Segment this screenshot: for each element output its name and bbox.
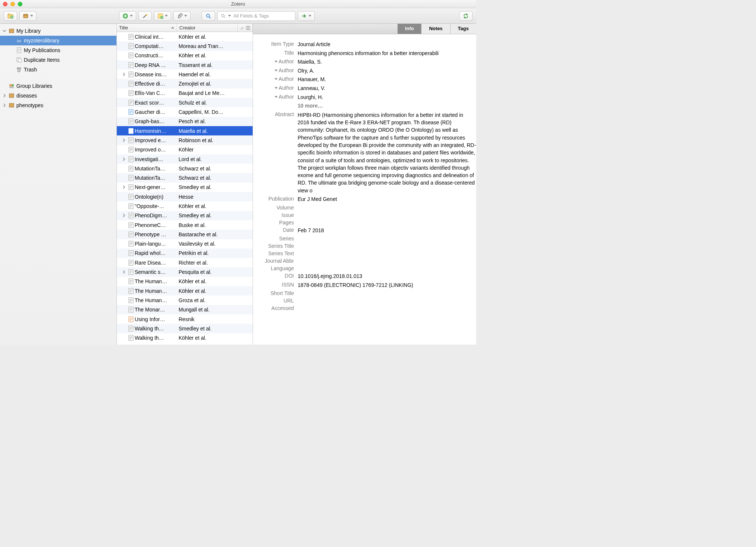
item-row[interactable]: Using Infor…Resnik — [117, 314, 253, 324]
meta-value[interactable] — [298, 250, 476, 256]
sync-button[interactable] — [459, 11, 472, 21]
meta-value[interactable] — [298, 236, 476, 241]
item-row[interactable]: Constructi…Köhler et al. — [117, 51, 253, 60]
sidebar-item-myzoterolibrary[interactable]: myzoterolibrary — [0, 36, 116, 45]
meta-value[interactable]: Feb 7 2018 — [298, 227, 476, 234]
item-row[interactable]: Walking th…Smedley et al. — [117, 324, 253, 333]
item-row[interactable]: Plain-langu…Vasilevsky et al. — [117, 239, 253, 249]
item-row[interactable]: Deep RNA …Tisserant et al. — [117, 60, 253, 70]
item-row[interactable]: Rapid whol…Petrikin et al. — [117, 249, 253, 258]
sidebar-my-library[interactable]: My Library — [0, 26, 116, 36]
new-library-button[interactable] — [19, 11, 36, 21]
item-title: Plain-langu… — [135, 241, 177, 247]
attachment-button[interactable] — [173, 11, 190, 21]
expand-icon[interactable] — [117, 270, 127, 274]
locate-button[interactable] — [298, 11, 315, 21]
item-row[interactable]: The Human…Köhler et al. — [117, 277, 253, 286]
expand-icon[interactable] — [117, 157, 127, 161]
item-row[interactable]: Gaucher di…Cappellini, M. Do… — [117, 107, 253, 116]
meta-value[interactable]: HIPBI-RD (Harmonising phenomics informat… — [298, 111, 476, 194]
item-row[interactable]: Exact scor…Schulz et al. — [117, 98, 253, 107]
item-row[interactable]: Effective di…Zemojtel et al. — [117, 79, 253, 88]
item-row[interactable]: Next-gener…Smedley et al. — [117, 183, 253, 192]
sidebar-item-label: phenotypes — [16, 102, 43, 108]
meta-value[interactable] — [298, 205, 476, 211]
meta-value[interactable]: Eur J Med Genet — [298, 196, 476, 203]
meta-value[interactable] — [298, 212, 476, 218]
item-row[interactable]: Ellis-Van C…Baujat and Le Me… — [117, 89, 253, 98]
svg-point-7 — [206, 14, 209, 17]
item-row[interactable]: "Opposite-…Köhler et al. — [117, 201, 253, 211]
tab-info[interactable]: Info — [397, 24, 422, 34]
expand-icon[interactable] — [117, 138, 127, 142]
item-row[interactable]: Improved o…Köhler — [117, 145, 253, 154]
item-row[interactable]: The Human…Köhler et al. — [117, 286, 253, 295]
tab-notes[interactable]: Notes — [421, 24, 450, 34]
item-row[interactable]: Walking th…Köhler et al. — [117, 333, 253, 343]
meta-value[interactable]: 10 more… — [298, 102, 476, 110]
item-row[interactable]: Graph-bas…Pesch et al. — [117, 117, 253, 126]
document-icon — [127, 203, 135, 209]
new-item-button[interactable] — [119, 11, 136, 21]
meta-value[interactable]: Maiella, S. — [298, 58, 476, 66]
item-row[interactable]: Rare Disea…Richter et al. — [117, 258, 253, 267]
expand-icon[interactable] — [117, 73, 127, 76]
column-creator[interactable]: Creator — [177, 24, 238, 32]
meta-value[interactable] — [298, 305, 476, 311]
expand-icon[interactable] — [117, 185, 127, 189]
document-icon — [127, 81, 135, 87]
item-row[interactable]: Clinical int…Köhler et al. — [117, 32, 253, 41]
new-collection-button[interactable] — [4, 11, 17, 21]
meta-value[interactable]: 10.1016/j.ejmg.2018.01.013 — [298, 273, 476, 280]
expand-icon[interactable] — [117, 214, 127, 217]
minimize-icon[interactable] — [10, 2, 15, 6]
sidebar-item-duplicate-items[interactable]: Duplicate Items — [0, 55, 116, 65]
group-icon — [8, 83, 15, 89]
item-row[interactable]: The Monar…Mungall et al. — [117, 305, 253, 314]
sidebar-item-label: My Publications — [24, 47, 60, 53]
item-row[interactable]: Improved e…Robinson et al. — [117, 135, 253, 145]
meta-value[interactable] — [298, 243, 476, 249]
item-row[interactable]: PhenomeC…Buske et al. — [117, 220, 253, 230]
item-row[interactable]: Semantic s…Pesquita et al. — [117, 267, 253, 276]
svg-rect-15 — [17, 68, 21, 68]
zoom-icon[interactable] — [18, 2, 22, 6]
item-row[interactable]: PhenoDigm…Smedley et al. — [117, 211, 253, 220]
sidebar-item-my-publications[interactable]: My Publications — [0, 45, 116, 55]
sidebar-group-diseases[interactable]: diseases — [0, 91, 116, 100]
meta-value[interactable] — [298, 290, 476, 296]
sidebar-group-libraries[interactable]: Group Libraries — [0, 81, 116, 91]
meta-value[interactable]: Lanneau, V. — [298, 85, 476, 92]
meta-value[interactable]: Harmonising phenomics information for a … — [298, 50, 476, 57]
item-row[interactable]: MutationTa…Schwarz et al. — [117, 173, 253, 182]
column-title[interactable]: Title — [117, 24, 177, 32]
search-input[interactable]: All Fields & Tags — [217, 11, 295, 21]
new-note-button[interactable] — [154, 11, 171, 21]
meta-value[interactable] — [298, 265, 476, 271]
column-extra[interactable] — [238, 24, 253, 32]
item-row[interactable]: MutationTa…Schwarz et al. — [117, 164, 253, 173]
meta-value[interactable]: 1878-0849 (ELECTRONIC) 1769-7212 (LINKIN… — [298, 282, 476, 289]
tab-tags[interactable]: Tags — [450, 24, 476, 34]
meta-value[interactable]: Hanauer, M. — [298, 76, 476, 83]
magic-wand-button[interactable] — [138, 11, 152, 21]
sidebar: My Library myzoterolibraryMy Publication… — [0, 24, 117, 345]
sidebar-item-trash[interactable]: Trash — [0, 65, 116, 74]
meta-value[interactable]: Lourghi, H. — [298, 94, 476, 101]
item-row[interactable]: Harmonisin…Maiella et al. — [117, 126, 253, 135]
item-creator: Resnik — [177, 316, 253, 322]
meta-value[interactable]: Journal Article — [298, 41, 476, 48]
meta-value[interactable] — [298, 298, 476, 304]
meta-value[interactable] — [298, 220, 476, 225]
close-icon[interactable] — [3, 2, 7, 6]
item-row[interactable]: The Human…Groza et al. — [117, 295, 253, 305]
meta-value[interactable] — [298, 258, 476, 264]
item-row[interactable]: Phenotype …Bastarache et al. — [117, 230, 253, 239]
advanced-search-button[interactable] — [202, 11, 215, 21]
meta-value[interactable]: Olry, A. — [298, 67, 476, 75]
item-row[interactable]: Ontologie(n)Hesse — [117, 192, 253, 201]
item-row[interactable]: Investigati…Lord et al. — [117, 154, 253, 164]
item-row[interactable]: Disease ins…Haendel et al. — [117, 70, 253, 79]
sidebar-group-phenotypes[interactable]: phenotypes — [0, 100, 116, 110]
item-row[interactable]: Computati…Moreau and Tran… — [117, 41, 253, 51]
